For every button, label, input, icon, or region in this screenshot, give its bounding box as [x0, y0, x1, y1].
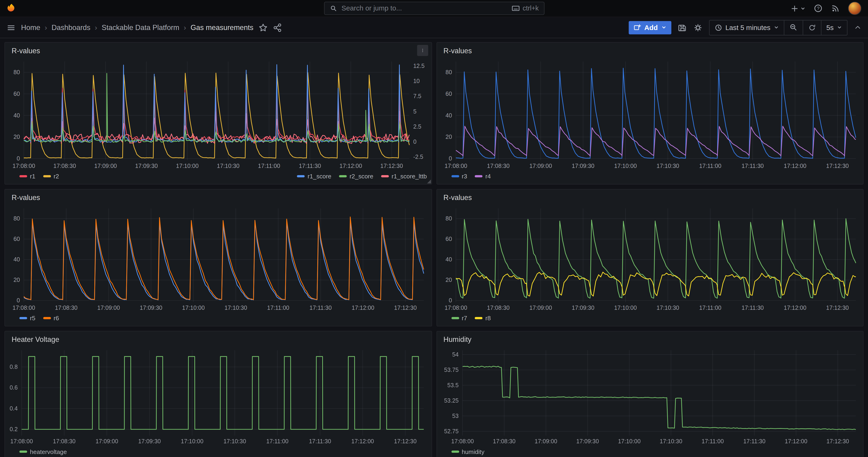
panel-menu-button[interactable]	[417, 45, 428, 56]
y-axis-right-label: 7.5	[413, 93, 422, 99]
panel-legend: r1r2 r1_scorer2_scorer1_score_lttb	[5, 170, 431, 184]
x-axis-label: 17:08:30	[493, 438, 515, 445]
time-range-label: Last 5 minutes	[725, 24, 770, 31]
panel-title[interactable]: R-values	[443, 46, 472, 55]
legend-item-r1_score[interactable]: r1_score	[297, 173, 331, 180]
resize-handle[interactable]	[427, 180, 431, 183]
y-axis-label: 80	[13, 215, 20, 222]
y-axis-label: 60	[13, 90, 20, 97]
y-axis-label: 80	[445, 215, 452, 222]
dashboard-settings-button[interactable]	[693, 23, 702, 32]
refresh-button[interactable]	[802, 20, 821, 35]
panel-humidity: Humidity 17:08:0017:08:3017:09:0017:09:3…	[436, 331, 864, 457]
panel-title[interactable]: Heater Voltage	[11, 335, 59, 343]
legend-label: r2_score	[350, 173, 373, 180]
legend-item-r7[interactable]: r7	[451, 315, 467, 322]
legend-item-r4[interactable]: r4	[475, 173, 491, 180]
add-panel-button[interactable]: Add	[629, 21, 671, 34]
legend-swatch	[451, 317, 459, 319]
y-axis-label: 52.75	[444, 428, 458, 434]
panel-header[interactable]: R-values	[437, 42, 863, 58]
y-axis-right-label: 5	[413, 108, 416, 115]
top-nav-bar: Search or jump to... ctrl+k ?	[0, 0, 868, 17]
x-axis-label: 17:10:30	[656, 304, 679, 311]
new-button[interactable]	[790, 4, 805, 12]
shortcut-hint: ctrl+k	[512, 4, 538, 12]
flame-icon	[7, 3, 17, 13]
collapse-toolbar-button[interactable]	[854, 24, 861, 31]
news-button[interactable]	[831, 4, 840, 13]
refresh-interval-picker[interactable]: 5s	[821, 20, 847, 35]
x-axis-label: 17:08:30	[54, 162, 76, 169]
legend-label: heatervoltage	[30, 448, 67, 455]
panel-title[interactable]: R-values	[11, 193, 40, 202]
grafana-app: Search or jump to... ctrl+k ?	[0, 0, 868, 457]
legend-label: r2	[54, 173, 59, 180]
x-axis-label: 17:09:30	[138, 438, 161, 445]
legend-item-r3[interactable]: r3	[451, 173, 467, 180]
time-series-chart[interactable]: 17:08:0017:08:3017:09:0017:09:3017:10:00…	[5, 58, 431, 170]
panel-header[interactable]: Humidity	[437, 331, 863, 347]
grafana-logo-icon[interactable]	[7, 3, 18, 14]
y-axis-label: 40	[445, 112, 452, 119]
y-axis-label: 40	[445, 256, 452, 263]
x-axis-label: 17:08:00	[444, 304, 467, 311]
time-series-chart[interactable]: 17:08:0017:08:3017:09:0017:09:3017:10:00…	[5, 205, 431, 312]
time-range-picker[interactable]: Last 5 minutes	[709, 20, 784, 35]
x-axis-label: 17:10:30	[659, 438, 682, 445]
y-axis-label: 60	[445, 90, 452, 97]
x-axis-label: 17:08:00	[451, 438, 473, 445]
x-axis-label: 17:08:30	[55, 304, 78, 311]
series-r5	[24, 221, 424, 300]
legend-swatch	[43, 175, 51, 178]
legend-swatch	[19, 175, 27, 178]
help-button[interactable]: ?	[814, 4, 823, 13]
legend-item-r5[interactable]: r5	[19, 315, 35, 322]
legend-item-r2[interactable]: r2	[43, 173, 59, 180]
series-r4	[456, 126, 856, 156]
time-series-chart[interactable]: 17:08:0017:08:3017:09:0017:09:3017:10:00…	[437, 58, 863, 170]
panel-header[interactable]: R-values	[5, 189, 431, 205]
user-avatar[interactable]	[848, 2, 861, 15]
time-controls: Last 5 minutes 5s	[709, 20, 847, 35]
breadcrumb-folder[interactable]: Stackable Data Platform	[101, 23, 179, 32]
favorite-button[interactable]	[259, 23, 268, 32]
legend-label: r3	[462, 173, 467, 180]
y-axis-label: 0	[17, 297, 20, 304]
y-axis-label: 0.8	[9, 364, 18, 370]
legend-item-heatervoltage[interactable]: heatervoltage	[19, 448, 67, 455]
legend-item-r2_score[interactable]: r2_score	[339, 173, 373, 180]
y-axis-label: 40	[13, 112, 20, 119]
time-series-chart[interactable]: 17:08:0017:08:3017:09:0017:09:3017:10:00…	[437, 347, 863, 446]
panel-title[interactable]: R-values	[443, 193, 472, 202]
legend-item-r8[interactable]: r8	[475, 315, 491, 322]
share-button[interactable]	[273, 23, 282, 32]
breadcrumb-separator: ›	[95, 23, 97, 32]
x-axis-label: 17:09:00	[94, 162, 117, 169]
panel-header[interactable]: R-values	[437, 189, 863, 205]
legend-item-humidity[interactable]: humidity	[451, 448, 485, 455]
panel-header[interactable]: R-values	[5, 42, 431, 58]
x-axis-label: 17:09:30	[576, 438, 598, 445]
legend-swatch	[19, 317, 27, 319]
y-axis-label: 80	[13, 69, 20, 75]
search-input[interactable]: Search or jump to... ctrl+k	[324, 2, 544, 15]
time-series-chart[interactable]: 17:08:0017:08:3017:09:0017:09:3017:10:00…	[437, 205, 863, 312]
y-axis-label: 40	[13, 256, 20, 263]
legend-item-r1_score_lttb[interactable]: r1_score_lttb	[381, 173, 427, 180]
zoom-out-button[interactable]	[784, 20, 802, 35]
save-dashboard-button[interactable]	[678, 23, 686, 32]
legend-swatch	[451, 451, 459, 453]
panel-header[interactable]: Heater Voltage	[5, 331, 431, 347]
time-series-chart[interactable]: 17:08:0017:08:3017:09:0017:09:3017:10:00…	[5, 347, 431, 446]
menu-toggle[interactable]	[7, 23, 16, 32]
legend-item-r1[interactable]: r1	[19, 173, 35, 180]
panel-title[interactable]: Humidity	[443, 335, 472, 343]
y-axis-right-label: 2.5	[413, 123, 422, 130]
breadcrumb-home[interactable]: Home	[21, 23, 40, 32]
y-axis-label: 20	[13, 133, 20, 140]
x-axis-label: 17:08:00	[444, 162, 467, 169]
breadcrumb-dashboards[interactable]: Dashboards	[52, 23, 90, 32]
legend-item-r6[interactable]: r6	[43, 315, 59, 322]
panel-title[interactable]: R-values	[11, 46, 40, 55]
